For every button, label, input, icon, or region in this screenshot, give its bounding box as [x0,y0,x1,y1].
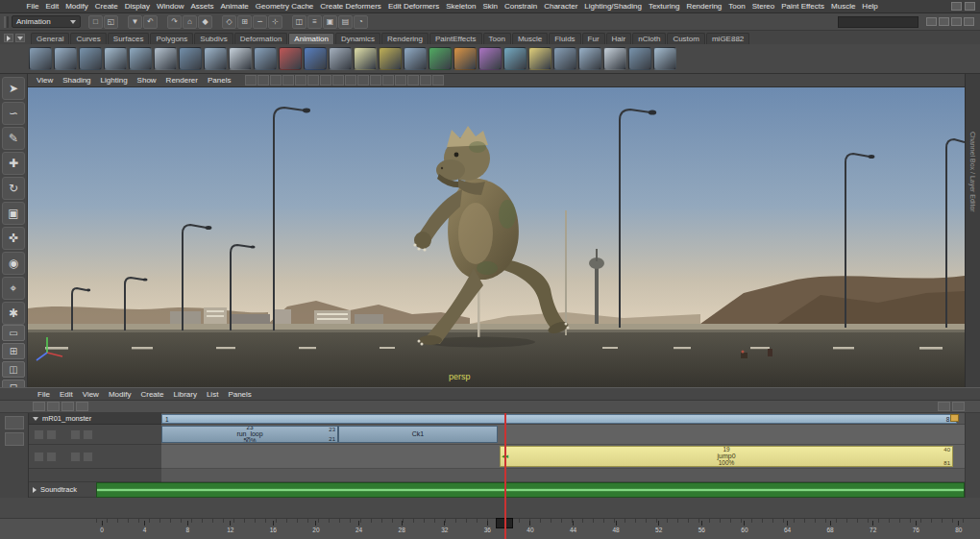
panel-toolbar-button-07[interactable] [320,75,331,86]
snap-to-curve-button[interactable]: ∽ [253,15,267,29]
render-current-frame-button[interactable]: ▣ [323,15,337,29]
track-1-lane[interactable]: 23 run_loop 50% 23 21 Ck1 [161,425,965,445]
panel-menu-item[interactable]: Show [133,76,161,85]
timeline-tick[interactable]: 48 [610,521,622,533]
new-scene-button[interactable]: □ [88,15,103,29]
timeline-tick[interactable]: 44 [568,521,579,533]
panel-toolbar-button-16[interactable] [432,75,444,86]
expand-arrow-icon[interactable] [33,487,37,493]
track-lock-button[interactable] [70,452,81,462]
clip-jump[interactable]: ◂◂ 19 jump0 100% 40 81 [500,446,953,467]
timeline-tick[interactable]: 4 [139,521,151,533]
menu-item[interactable]: Create Deformers [317,2,385,11]
track-2-lane[interactable]: ◂◂ 19 jump0 100% 40 81 [161,445,965,469]
timeline-tick[interactable]: 56 [696,521,707,533]
animation-shelf-button-05[interactable] [129,47,152,70]
add-track-button[interactable] [61,402,74,411]
universal-manipulator-tool[interactable]: ✜ [2,227,25,250]
construction-history-button[interactable]: ≡ [307,15,322,29]
render-settings-button[interactable]: ◔ [354,15,368,29]
clip-run-loop[interactable]: 23 run_loop 50% 23 21 [161,426,338,443]
summary-clip-bar[interactable]: 1 81 [161,414,957,424]
trax-menu-item[interactable]: File [33,390,55,399]
menu-item[interactable]: Rendering [683,2,725,11]
panel-menu-item[interactable]: Renderer [161,76,203,85]
menu-item[interactable]: Skeleton [443,2,479,11]
animation-shelf-button-17[interactable] [429,47,452,70]
animation-shelf-button-02[interactable] [54,47,77,70]
animation-shelf-button-26[interactable] [653,47,676,70]
panel-toolbar-button-04[interactable] [282,75,294,86]
move-track-down-button[interactable] [47,402,60,411]
shelf-tab[interactable]: Deformation [234,33,288,44]
open-scene-button[interactable]: ◱ [104,15,118,29]
redo-button[interactable]: ↷ [167,15,182,29]
track-group-header[interactable]: mR01_monster [29,413,161,425]
remove-track-button[interactable] [76,402,88,411]
panel-toolbar-button-15[interactable] [420,75,431,86]
quick-select-field[interactable] [838,16,919,28]
animation-shelf-button-09[interactable] [229,47,252,70]
animation-shelf-button-03[interactable] [79,47,102,70]
menu-item[interactable]: Display [121,2,153,11]
save-scene-button[interactable]: ▼ [128,15,142,29]
undo-button[interactable]: ↶ [143,15,158,29]
trax-graph-toggle-button[interactable] [5,416,24,429]
panel-toolbar-button-05[interactable] [295,75,306,86]
collapse-arrow-icon[interactable] [33,417,38,421]
animation-shelf-button-08[interactable] [204,47,227,70]
timeline-tick[interactable]: 16 [267,521,279,533]
shelf-tab[interactable]: Subdivs [194,33,233,44]
timeline-tick[interactable]: 28 [396,521,407,533]
hotbox-toggle-button[interactable] [951,2,962,11]
animation-shelf-button-04[interactable] [104,47,127,70]
single-pane-layout-button[interactable]: ▭ [2,325,25,341]
menu-item[interactable]: Character [541,2,581,11]
animation-shelf-button-25[interactable] [628,47,651,70]
trax-filter-button[interactable] [5,432,24,446]
snap-to-point-button[interactable]: ⊹ [268,15,282,29]
timeline-tick[interactable]: 80 [953,521,965,533]
persp-outliner-layout-button[interactable]: ◫ [2,361,25,378]
shelf-tab[interactable]: Animation [288,33,334,44]
panel-menu-item[interactable]: Lighting [96,76,133,85]
animation-shelf-button-12[interactable] [304,47,327,70]
animation-shelf-button-06[interactable] [154,47,177,70]
menu-item[interactable]: Window [154,2,187,11]
panel-toolbar-button-14[interactable] [407,75,419,86]
frame-all-button[interactable] [938,402,950,411]
panel-toolbar-button-13[interactable] [395,75,406,86]
animation-shelf-button-24[interactable] [603,47,626,70]
panel-toolbar-button-11[interactable] [370,75,381,86]
panel-toolbar-button-06[interactable] [307,75,319,86]
shelf-tab[interactable]: nCloth [632,33,666,44]
animation-shelf-button-19[interactable] [478,47,502,70]
move-tool[interactable]: ✚ [2,152,25,175]
animation-shelf-button-07[interactable] [179,47,202,70]
shelf-tab[interactable]: Hair [606,33,632,44]
animation-shelf-button-22[interactable] [553,47,576,70]
animation-shelf-button-11[interactable] [279,47,302,70]
select-by-object-button[interactable]: ◆ [198,15,212,29]
menu-item[interactable]: Texturing [645,2,682,11]
clip-ck1[interactable]: Ck1 [338,426,498,443]
shelf-tab[interactable]: Muscle [512,33,548,44]
channel-box-collapsed-strip[interactable]: Channel Box / Layer Editor [965,74,980,387]
timeline-tick[interactable]: 12 [225,521,236,533]
timeline-tick[interactable]: 24 [354,521,365,533]
track-solo-button[interactable] [46,429,57,440]
panel-menu-item[interactable]: Panels [203,76,235,85]
lasso-select-tool[interactable]: ∽ [2,102,25,125]
timeline-tick[interactable]: 68 [824,521,836,533]
panel-toolbar-button-01[interactable] [245,75,257,86]
animation-shelf-button-14[interactable] [354,47,377,70]
animation-shelf-button-21[interactable] [528,47,551,70]
menu-item[interactable]: Toon [725,2,748,11]
trax-menu-item[interactable]: Edit [55,390,78,399]
menu-item[interactable]: Edit [42,2,62,11]
show-channel-box-button[interactable] [951,17,962,26]
track-mute-button[interactable] [34,452,44,462]
timeline-tick[interactable]: 52 [653,521,665,533]
soft-modification-tool[interactable]: ◉ [2,252,25,275]
menu-set-dropdown[interactable]: Animation [12,15,81,28]
